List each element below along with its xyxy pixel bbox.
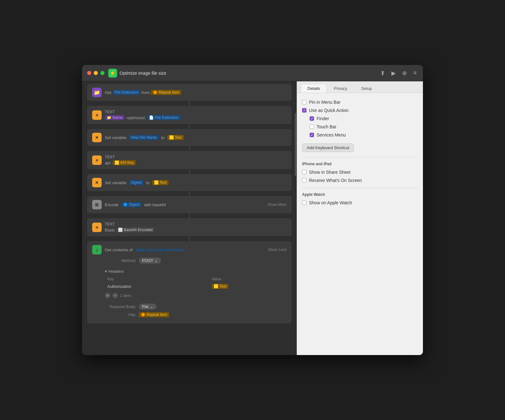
- step-set-var-2: ✕ Set variable Digest to 🟨 Text: [87, 174, 292, 191]
- headers-toggle[interactable]: ▾ Headers: [105, 269, 287, 274]
- headers-label: Headers: [108, 269, 124, 274]
- connector-4: |: [87, 170, 292, 173]
- step-detail-encode: Encode 🔷 Digest with base64: [105, 202, 264, 207]
- titlebar: ⚡ Optimize image file size ⬆ ▶ ⊕ ≡: [82, 65, 423, 81]
- details-body: Pin in Menu Bar Use as Quick Action Find…: [297, 93, 423, 355]
- share-button[interactable]: ⬆: [379, 68, 386, 78]
- pin-menu-bar-row: Pin in Menu Bar: [302, 98, 418, 106]
- header-value-text: 🟨 Text: [209, 283, 287, 290]
- show-more-button[interactable]: Show More: [267, 202, 287, 207]
- maximize-button[interactable]: [100, 71, 104, 75]
- file-row: File: 🔶 Repeat Item: [105, 312, 287, 317]
- receive-screen-label: Receive What's On Screen: [309, 178, 362, 183]
- add-button[interactable]: ⊕: [401, 68, 408, 78]
- step-detail-get: Get File Extension from 🔶 Repeat Item: [105, 90, 287, 95]
- method-select[interactable]: POST ⌄: [139, 258, 161, 264]
- method-row: Method: POST ⌄: [105, 258, 287, 264]
- receive-screen-checkbox[interactable]: [302, 178, 306, 183]
- step-icon-get: 📁: [92, 88, 102, 97]
- quick-action-row: Use as Quick Action: [302, 106, 418, 114]
- step-icon-text3: ≡: [92, 223, 102, 232]
- request-body-label: Request Body:: [105, 304, 136, 309]
- step-icon-getcontents: ↓: [92, 245, 102, 254]
- step-set-var-1: ✕ Set variable New File Name to 🟨 Text: [87, 129, 292, 146]
- keyboard-shortcut-wrapper: Add Keyboard Shortcut: [302, 142, 418, 154]
- finder-checkbox[interactable]: [310, 116, 314, 121]
- method-label: Method:: [105, 258, 136, 263]
- remove-header-button[interactable]: −: [112, 293, 118, 298]
- request-body-row: Request Body: File ⌄: [105, 304, 287, 310]
- details-tabs: Details Privacy Setup: [297, 81, 423, 93]
- step-encode: ⊞ Encode 🔷 Digest with base64 Show More: [87, 196, 292, 213]
- token-file-extension: File Extension: [113, 90, 140, 95]
- step-text-2: ≡ Text api: 🟨 API Key: [87, 151, 292, 169]
- tab-details[interactable]: Details: [301, 84, 327, 93]
- apple-watch-header: Apple Watch: [302, 192, 418, 197]
- settings-button[interactable]: ≡: [412, 68, 418, 78]
- step-detail-text2: api: 🟨 API Key: [105, 160, 287, 165]
- tab-privacy[interactable]: Privacy: [327, 84, 354, 93]
- quick-action-checkbox[interactable]: [302, 108, 306, 113]
- file-value: 🔶 Repeat Item: [139, 312, 169, 317]
- pin-menu-bar-checkbox[interactable]: [302, 100, 306, 104]
- request-body-select[interactable]: File ⌄: [139, 304, 157, 310]
- show-watch-row: Show on Apple Watch: [302, 199, 418, 207]
- show-watch-label: Show on Apple Watch: [309, 200, 352, 205]
- share-sheet-checkbox[interactable]: [302, 170, 306, 174]
- scrollbar-thumb: [295, 113, 296, 176]
- show-less-button[interactable]: Show Less: [268, 248, 287, 252]
- scrollbar[interactable]: [294, 81, 297, 355]
- token-repeat-item-1: 🔶 Repeat Item: [151, 90, 181, 95]
- touch-bar-label: Touch Bar: [317, 124, 336, 129]
- divider-watch: [302, 188, 418, 188]
- services-menu-label: Services Menu: [317, 132, 346, 137]
- url-link[interactable]: https://api.tinify.com/shrink: [136, 248, 184, 252]
- headers-col-value: Value: [209, 276, 287, 283]
- details-panel: Details Privacy Setup Pin in Menu Bar Us…: [297, 81, 423, 355]
- step-icon-setvar1: ✕: [92, 133, 102, 142]
- step-detail-setvar1: Set variable New File Name to 🟨 Text: [105, 135, 287, 140]
- services-menu-row: Services Menu: [302, 131, 418, 139]
- pin-menu-bar-label: Pin in Menu Bar: [309, 100, 341, 105]
- connector-2: |: [87, 125, 292, 128]
- divider-headers: [105, 266, 287, 266]
- touch-bar-checkbox[interactable]: [310, 125, 314, 129]
- close-button[interactable]: [87, 71, 91, 75]
- minimize-button[interactable]: [94, 71, 98, 75]
- services-menu-checkbox[interactable]: [310, 133, 314, 137]
- receive-screen-row: Receive What's On Screen: [302, 176, 418, 184]
- add-row: + − 1 item: [105, 293, 287, 298]
- share-sheet-label: Show in Share Sheet: [309, 170, 351, 175]
- step-text-1: ≡ Text 📁 Name -optimized. 📄 File Extensi…: [87, 106, 292, 124]
- step-icon-encode: ⊞: [92, 200, 102, 209]
- header-key-auth: Authorization: [105, 283, 209, 290]
- main-window: ⚡ Optimize image file size ⬆ ▶ ⊕ ≡ 📁 Get…: [82, 65, 423, 355]
- connector-3: |: [87, 147, 292, 150]
- divider-iphone: [302, 157, 418, 157]
- quick-action-label: Use as Quick Action: [309, 108, 348, 113]
- step-detail-text3: Basic ⬜ Base64 Encoded: [105, 227, 287, 232]
- table-row: Authorization 🟨 Text: [105, 283, 287, 290]
- finder-label: Finder: [317, 116, 329, 121]
- play-button[interactable]: ▶: [390, 68, 397, 78]
- show-watch-checkbox[interactable]: [302, 201, 306, 205]
- finder-row: Finder: [302, 114, 418, 123]
- step-label-text1: Text: [105, 110, 287, 114]
- tab-setup[interactable]: Setup: [354, 84, 378, 93]
- iphone-ipad-header: iPhone and iPad: [302, 162, 418, 166]
- add-keyboard-shortcut-button[interactable]: Add Keyboard Shortcut: [302, 143, 354, 152]
- step-detail-setvar2: Set variable Digest to 🟨 Text: [105, 180, 287, 185]
- workflow-panel: 📁 Get File Extension from 🔶 Repeat Item …: [82, 81, 297, 355]
- content-area: 📁 Get File Extension from 🔶 Repeat Item …: [82, 81, 423, 355]
- traffic-lights: [87, 71, 104, 75]
- step-get-extension: 📁 Get File Extension from 🔶 Repeat Item: [87, 84, 292, 101]
- add-header-button[interactable]: +: [105, 293, 110, 298]
- touch-bar-row: Touch Bar: [302, 123, 418, 131]
- step-get-contents: ↓ Get contents of https://api.tinify.com…: [87, 241, 292, 324]
- titlebar-actions: ⬆ ▶ ⊕ ≡: [379, 68, 418, 78]
- step-detail-text1: 📁 Name -optimized. 📄 File Extension: [105, 115, 287, 120]
- connector-6: |: [87, 214, 292, 218]
- items-count: 1 item: [120, 293, 131, 298]
- app-icon: ⚡: [108, 69, 117, 78]
- step-label-text3: Text: [105, 222, 287, 226]
